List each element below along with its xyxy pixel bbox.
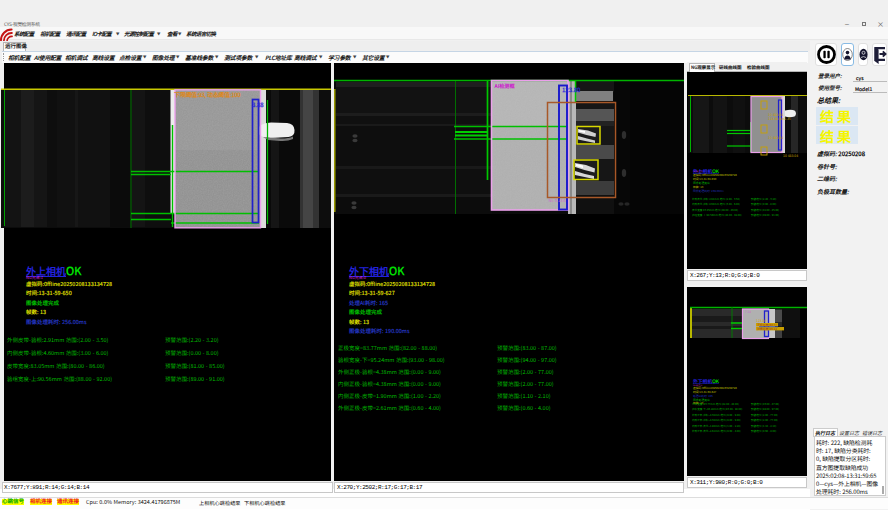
svg-text:预警范围:(2.00 - 77.00): 预警范围:(2.00 - 77.00) [751,418,778,422]
svg-text:NL 9.13.6: NL 9.13.6 [549,197,567,203]
svg-text:123.80: 123.80 [562,85,581,94]
svg-text:内侧皮带-验根:4.60mm 范围:(3.00 - 6.00: 内侧皮带-验根:4.60mm 范围:(3.00 - 6.00) [692,202,740,206]
svg-text:内侧正极-验根=4.38mm 范围:(0.00 - 9.00: 内侧正极-验根=4.38mm 范围:(0.00 - 9.00) [692,418,741,422]
svg-text:10 483.04: 10 483.04 [783,153,798,158]
svg-text:7.34: 7.34 [745,310,751,314]
svg-text:验组宽度-上:90.56mm 范围:(88.00 - 92.: 验组宽度-上:90.56mm 范围:(88.00 - 92.00) [692,213,742,217]
svg-text:预警范围:(1.10 - 2.10): 预警范围:(1.10 - 2.10) [751,424,776,428]
svg-text:验根宽度=95.24: 验根宽度=95.24 [757,327,777,331]
svg-text:正极宽度=83.77mm 范围:(82.00 - 88.00: 正极宽度=83.77mm 范围:(82.00 - 88.00) [692,402,739,406]
svg-text:下限阈值:93, 动态阈值:100: 下限阈值:93, 动态阈值:100 [174,90,241,99]
svg-text:预警范围:(94.00 - 97.00): 预警范围:(94.00 - 97.00) [751,407,779,411]
svg-text:10 483.04: 10 483.04 [768,135,783,140]
svg-text:皮带宽度:83.05mm 范围:(80.00 - 86.00: 皮带宽度:83.05mm 范围:(80.00 - 86.00) [692,208,738,212]
svg-text:预警范围:(2.20 - 3.20): 预警范围:(2.20 - 3.20) [751,197,776,201]
svg-text:AI检测框: AI检测框 [494,82,516,89]
svg-text:预警范围:(0.00 - 8.00): 预警范围:(0.00 - 8.00) [751,202,776,206]
svg-text:外侧正极-验根=4.38mm 范围:(0.00 - 9.00: 外侧正极-验根=4.38mm 范围:(0.00 - 9.00) [692,413,741,417]
svg-text:外侧皮带-验根:2.91mm 范围:(2.00 - 3.50: 外侧皮带-验根:2.91mm 范围:(2.00 - 3.50) [692,197,740,201]
svg-text:预警范围:(89.00 - 91.00): 预警范围:(89.00 - 91.00) [751,213,779,217]
svg-text:123.48 4m1.35: 123.48 4m1.35 [768,116,791,121]
svg-text:3.88: 3.88 [252,100,264,109]
svg-text:图像处理耗时: 256.00ms: 图像处理耗时: 256.00ms [693,189,724,193]
svg-text:内侧正极-皮带=1.90mm 范围:(1.00 - 2.20: 内侧正极-皮带=1.90mm 范围:(1.00 - 2.20) [692,424,741,428]
svg-text:预警范围:(0.60 - 4.00): 预警范围:(0.60 - 4.00) [751,429,776,433]
svg-text:预警范围:(83.00 - 87.00): 预警范围:(83.00 - 87.00) [751,402,779,406]
svg-text:预警范围:(81.00 - 85.00): 预警范围:(81.00 - 85.00) [751,208,779,212]
svg-text:验根宽度-下=95.24mm 范围:(93.00 - 98.: 验根宽度-下=95.24mm 范围:(93.00 - 98.00) [692,407,742,411]
svg-text:预警范围:(2.00 - 77.00): 预警范围:(2.00 - 77.00) [751,413,778,417]
svg-text:外侧正极-皮带=2.61mm 范围:(0.60 - 4.00: 外侧正极-皮带=2.61mm 范围:(0.60 - 4.00) [692,429,741,433]
